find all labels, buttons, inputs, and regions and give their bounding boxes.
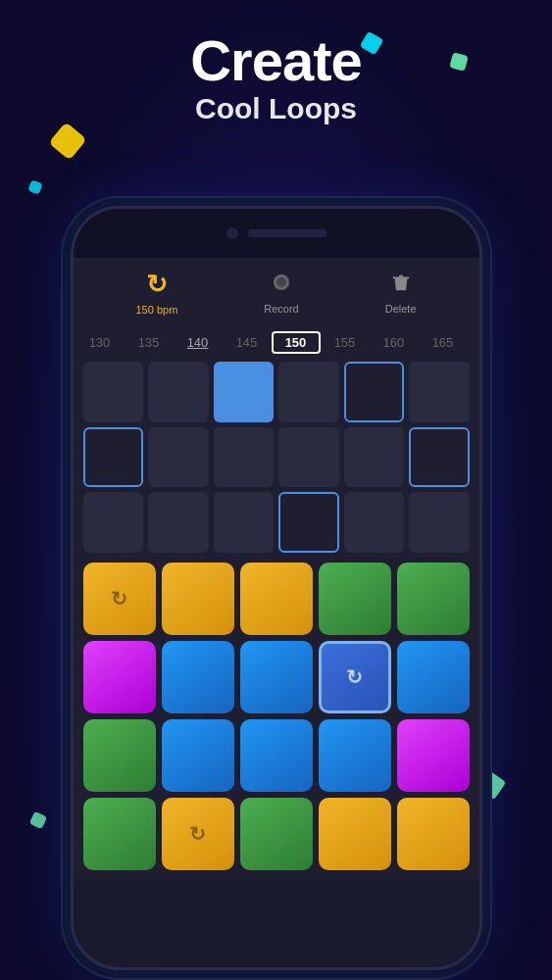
beat-cell[interactable] <box>148 427 209 488</box>
bpm-tick-150[interactable]: 150 <box>272 331 321 354</box>
bpm-tick-155[interactable]: 155 <box>321 335 370 350</box>
beat-cell[interactable] <box>344 492 405 553</box>
beat-cell-outline[interactable] <box>83 427 144 488</box>
phone-frame: ↻ 150 bpm Record Delete 130 135 140 145 <box>71 206 482 970</box>
beat-row-3 <box>83 492 470 553</box>
pad-orange-refresh-2[interactable]: ↻ <box>162 798 234 870</box>
pad-blue-outline-refresh[interactable]: ↻ <box>319 641 391 713</box>
beat-grid-container <box>74 358 479 557</box>
pad-orange[interactable] <box>319 798 391 870</box>
beat-cell[interactable] <box>278 427 339 488</box>
pad-blue[interactable] <box>397 641 470 713</box>
beat-cell[interactable] <box>214 492 275 553</box>
bpm-button[interactable]: ↻ 150 bpm <box>135 270 177 316</box>
phone-notch <box>74 209 479 258</box>
record-label: Record <box>264 303 298 315</box>
beat-cell-outline[interactable] <box>278 492 339 553</box>
beat-cell[interactable] <box>83 492 144 553</box>
refresh-icon: ↻ <box>346 665 363 689</box>
bpm-tick-140[interactable]: 140 <box>174 335 223 350</box>
pad-green[interactable] <box>83 719 156 792</box>
pad-green[interactable] <box>83 798 156 870</box>
pad-blue[interactable] <box>162 641 234 713</box>
bpm-tick-145[interactable]: 145 <box>223 335 272 350</box>
bpm-ruler[interactable]: 130 135 140 145 150 155 160 165 <box>74 327 479 358</box>
beat-cell[interactable] <box>214 427 275 488</box>
delete-icon <box>390 271 412 299</box>
refresh-icon: ↻ <box>111 587 127 611</box>
beat-row-1 <box>83 362 470 422</box>
beat-cell[interactable] <box>409 362 470 422</box>
beat-cell[interactable] <box>83 362 144 422</box>
bpm-tick-130[interactable]: 130 <box>75 335 125 350</box>
pad-green[interactable] <box>397 563 470 635</box>
beat-cell[interactable] <box>409 492 470 553</box>
notch-speaker <box>248 229 326 237</box>
svg-point-1 <box>276 277 286 287</box>
title-create: Create <box>0 29 552 92</box>
beat-cell[interactable] <box>344 427 405 488</box>
pad-orange[interactable] <box>240 563 313 635</box>
pad-green[interactable] <box>319 563 391 635</box>
beat-cell[interactable] <box>278 362 339 422</box>
bpm-tick-160[interactable]: 160 <box>370 335 419 350</box>
phone-side-btn-right <box>479 317 482 366</box>
phone-side-btn-left <box>71 326 74 356</box>
pad-orange-refresh[interactable]: ↻ <box>83 563 156 635</box>
pad-blue[interactable] <box>240 641 313 713</box>
pad-pink[interactable] <box>397 719 470 792</box>
pad-blue[interactable] <box>319 719 391 792</box>
notch-camera <box>226 227 238 239</box>
beat-cell-active[interactable] <box>214 362 275 422</box>
pad-orange[interactable] <box>162 563 234 635</box>
beat-cell[interactable] <box>148 492 209 553</box>
record-icon <box>270 270 293 299</box>
beat-cell[interactable] <box>148 362 209 422</box>
pad-pink[interactable] <box>83 641 156 713</box>
beat-row-2 <box>83 427 470 488</box>
delete-button[interactable]: Delete <box>385 271 417 315</box>
title-section: Create Cool Loops <box>0 29 552 125</box>
pad-blue[interactable] <box>240 719 313 792</box>
pad-blue[interactable] <box>162 719 234 792</box>
refresh-icon: ↻ <box>189 822 206 846</box>
beat-cell-outline[interactable] <box>344 362 405 422</box>
pad-grid: ↻ ↻ ↻ <box>74 557 479 880</box>
bpm-icon: ↻ <box>146 270 168 300</box>
beat-cell-outline[interactable] <box>409 427 470 488</box>
pad-orange[interactable] <box>397 798 470 870</box>
toolbar: ↻ 150 bpm Record Delete <box>74 258 479 327</box>
bpm-tick-165[interactable]: 165 <box>419 335 468 350</box>
phone-screen: ↻ 150 bpm Record Delete 130 135 140 145 <box>74 258 479 880</box>
delete-label: Delete <box>385 303 417 315</box>
record-button[interactable]: Record <box>264 270 298 315</box>
title-subtitle: Cool Loops <box>0 92 552 125</box>
bpm-label: 150 bpm <box>135 304 177 316</box>
pad-green[interactable] <box>240 798 313 870</box>
bpm-tick-135[interactable]: 135 <box>125 335 174 350</box>
